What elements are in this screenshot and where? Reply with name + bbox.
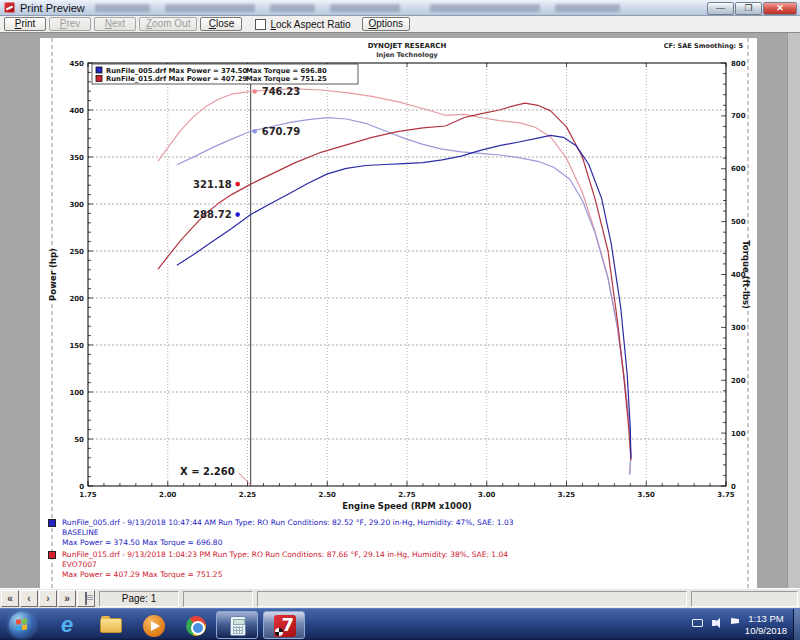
cursor-value-label: 746.23 — [262, 86, 301, 97]
x-tick-label: 3.75 — [717, 491, 734, 499]
run-color-swatch-blue — [48, 519, 56, 527]
power-tick-label: 0 — [79, 483, 84, 491]
series-curve-1 — [177, 118, 631, 475]
torque-tick-label: 300 — [731, 324, 746, 332]
x-tick-label: 2.75 — [398, 491, 415, 499]
clock-date: 10/9/2018 — [742, 625, 790, 637]
x-tick-label: 3.00 — [478, 491, 495, 499]
run-max-line: Max Power = 374.50 Max Torque = 696.80 — [62, 538, 688, 548]
restore-button[interactable]: ❐ — [735, 2, 762, 15]
power-tick-label: 250 — [69, 248, 84, 256]
cursor-value-label: 321.18 — [193, 179, 232, 190]
preview-client-area: 1.752.002.252.502.753.003.253.503.750501… — [0, 33, 800, 588]
print-preview-toolbar: Print Prev Next Zoom Out Close Lock Aspe… — [0, 16, 800, 33]
power-tick-label: 150 — [69, 342, 84, 350]
power-tick-label: 400 — [69, 107, 84, 115]
next-page-nav-button[interactable]: › — [39, 590, 57, 607]
close-window-button[interactable]: ✕ — [763, 2, 797, 15]
vertical-scrollbar[interactable] — [787, 33, 800, 588]
torque-tick-label: 500 — [731, 218, 746, 226]
chrome-icon[interactable] — [184, 614, 208, 638]
series-curve-0 — [158, 89, 631, 473]
run-max-line: Max Power = 407.29 Max Torque = 751.25 — [62, 570, 688, 580]
status-cell — [183, 591, 253, 607]
background-title-smudge — [95, 4, 150, 12]
left-axis-title: Power (hp) — [48, 248, 58, 301]
taskbar-clock[interactable]: 1:13 PM 10/9/2018 — [742, 613, 790, 637]
taskbar: e 7 1:13 PM 10/9/2018 — [0, 608, 800, 640]
page-number-cell: Page: 1 — [99, 591, 179, 607]
page-setup-button[interactable] — [77, 590, 95, 607]
run-color-swatch-red — [48, 551, 56, 559]
legend-swatch-0 — [96, 67, 102, 73]
correction-smoothing-label: CF: SAE Smoothing: 5 — [664, 42, 743, 50]
chart-subtitle: Injen Technology — [88, 51, 726, 59]
cursor-dot-1 — [252, 129, 257, 134]
windows-explorer-icon[interactable] — [99, 614, 123, 638]
network-tray-icon[interactable] — [691, 617, 704, 630]
series-curve-3 — [177, 135, 631, 457]
power-tick-label: 100 — [69, 389, 84, 397]
x-tick-label: 3.50 — [638, 491, 655, 499]
torque-tick-label: 800 — [731, 60, 746, 68]
options-button[interactable]: Options — [362, 17, 410, 31]
cursor-x-label: X = 2.260 — [180, 466, 235, 477]
dyno-chart: 1.752.002.252.502.753.003.253.503.750501… — [40, 38, 757, 588]
status-cell — [691, 591, 798, 607]
background-title-smudge — [165, 4, 255, 12]
power-tick-label: 50 — [74, 436, 84, 444]
start-button[interactable] — [9, 612, 35, 638]
calculator-icon — [230, 616, 246, 636]
lock-aspect-ratio-checkbox[interactable] — [255, 19, 266, 30]
power-tick-label: 350 — [69, 154, 84, 162]
print-button[interactable]: Print — [4, 17, 46, 31]
calculator-taskbar-button[interactable] — [216, 611, 258, 639]
cursor-value-label: 288.72 — [193, 209, 232, 220]
legend-entry-1: RunFile_015.drf Max Power = 407.29 — [106, 75, 247, 83]
x-tick-label: 2.25 — [239, 491, 256, 499]
legend-entry-torque-1: Max Torque = 751.25 — [246, 75, 327, 83]
x-tick-label: 2.00 — [159, 491, 176, 499]
print-preview-page: 1.752.002.252.502.753.003.253.503.750501… — [40, 38, 757, 588]
power-tick-label: 200 — [69, 295, 84, 303]
media-player-icon[interactable] — [142, 614, 166, 638]
lock-aspect-ratio-label: Lock Aspect Ratio — [270, 19, 350, 30]
page-icon — [85, 592, 87, 605]
torque-tick-label: 100 — [731, 430, 746, 438]
action-center-flag-icon[interactable] — [729, 617, 742, 630]
show-desktop-button[interactable] — [793, 609, 800, 640]
cursor-dot-2 — [235, 182, 240, 187]
background-title-smudge — [555, 4, 620, 12]
windows-flag-icon — [16, 618, 28, 631]
title-bar: Print Preview — ❐ ✕ — [0, 0, 800, 16]
run-details-line: RunFile_015.drf - 9/13/2018 1:04:23 PM R… — [62, 550, 688, 560]
window-title: Print Preview — [20, 2, 85, 14]
volume-tray-icon[interactable] — [710, 617, 723, 630]
legend-swatch-1 — [96, 76, 102, 82]
torque-tick-label: 200 — [731, 377, 746, 385]
power-tick-label: 300 — [69, 201, 84, 209]
background-title-smudge — [430, 4, 540, 12]
prev-page-nav-button[interactable]: ‹ — [20, 590, 38, 607]
print-preview-window: Print Preview — ❐ ✕ Print Prev Next Zoom… — [0, 0, 800, 640]
run-info-evo7007: RunFile_015.drf - 9/13/2018 1:04:23 PM R… — [48, 550, 688, 580]
run-name: EVO7007 — [62, 560, 688, 570]
cursor-pointer-line — [239, 473, 251, 485]
app-icon — [4, 2, 15, 13]
prev-page-button[interactable]: Prev — [49, 17, 91, 31]
last-page-button[interactable]: » — [58, 590, 76, 607]
next-page-button[interactable]: Next — [94, 17, 136, 31]
close-preview-button[interactable]: Close — [200, 17, 242, 31]
dynojet-winpep-icon: 7 — [274, 615, 296, 637]
system-tray — [691, 617, 742, 630]
minimize-button[interactable]: — — [707, 2, 734, 15]
dynojet-winpep-taskbar-button[interactable]: 7 — [263, 611, 305, 639]
first-page-button[interactable]: « — [1, 590, 19, 607]
torque-tick-label: 700 — [731, 112, 746, 120]
series-curve-2 — [158, 103, 631, 460]
x-tick-label: 1.75 — [79, 491, 96, 499]
internet-explorer-icon[interactable]: e — [55, 614, 79, 638]
zoom-out-button[interactable]: Zoom Out — [139, 17, 197, 31]
cursor-dot-0 — [252, 89, 257, 94]
background-title-smudge — [270, 4, 315, 12]
